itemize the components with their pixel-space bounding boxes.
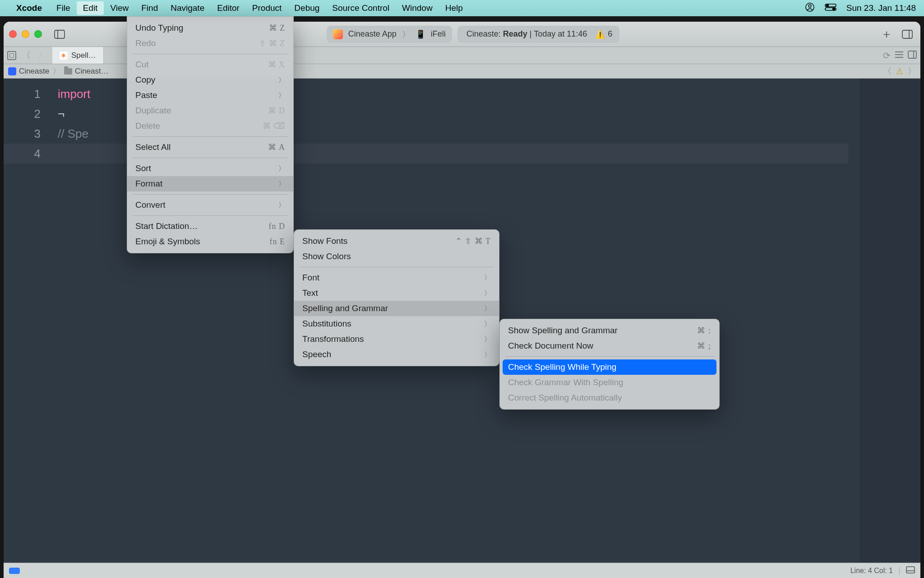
minimap[interactable]	[859, 79, 920, 563]
warnings-count: 6	[608, 29, 612, 39]
menu-debug[interactable]: Debug	[288, 1, 326, 15]
jumpbar-project: Cineaste	[19, 67, 49, 76]
menu-source-control[interactable]: Source Control	[326, 1, 396, 15]
menu-product[interactable]: Product	[246, 1, 288, 15]
jumpbar-prev-icon[interactable]: 〈	[883, 66, 892, 77]
spelling-submenu: Show Spelling and Grammar⌘ : Check Docum…	[499, 319, 720, 410]
menubar-app-name[interactable]: Xcode	[16, 3, 42, 13]
chevron-right-icon: 〉	[484, 350, 491, 359]
menu-cut[interactable]: Cut⌘ X	[127, 57, 293, 72]
user-icon[interactable]	[805, 2, 815, 14]
editor-lines-icon[interactable]	[894, 51, 904, 61]
window-close-button[interactable]	[9, 30, 17, 38]
menu-help[interactable]: Help	[439, 1, 469, 15]
chevron-right-icon: 〉	[278, 180, 285, 188]
menu-dictation[interactable]: Start Dictation…fn D	[127, 219, 293, 234]
menu-undo[interactable]: Undo Typing⌘ Z	[127, 20, 293, 36]
line-number: 2	[4, 104, 41, 124]
library-plus-button[interactable]: ＋	[879, 28, 894, 41]
menu-copy[interactable]: Copy〉	[127, 72, 293, 88]
menu-find[interactable]: Find	[135, 1, 164, 15]
format-submenu: Show Fonts⌃ ⇧ ⌘ T Show Colors Font〉 Text…	[294, 229, 499, 366]
jumpbar-folder: Cineast…	[75, 67, 109, 76]
refresh-icon[interactable]: ⟳	[883, 50, 891, 61]
chevron-right-icon: 〉	[484, 274, 491, 282]
scheme-app-icon	[333, 29, 343, 39]
svg-rect-15	[906, 567, 915, 573]
editor-layout-icon[interactable]	[908, 51, 917, 61]
toggle-inspectors-button[interactable]	[900, 28, 915, 41]
menu-edit[interactable]: Edit	[77, 1, 104, 15]
menu-window[interactable]: Window	[396, 1, 439, 15]
menu-transformations[interactable]: Transformations〉	[294, 331, 499, 347]
edit-menu-dropdown: Undo Typing⌘ Z Redo⇧ ⌘ Z Cut⌘ X Copy〉 Pa…	[127, 16, 294, 253]
menu-redo[interactable]: Redo⇧ ⌘ Z	[127, 36, 293, 51]
menu-convert[interactable]: Convert〉	[127, 197, 293, 213]
phone-icon: 📱	[416, 29, 425, 39]
svg-rect-13	[908, 51, 916, 58]
warnings-badge[interactable]: ⚠️ 6	[595, 29, 612, 39]
menu-check-while-typing[interactable]: Check Spelling While Typing	[503, 359, 716, 375]
toggle-debug-area-button[interactable]	[906, 566, 915, 575]
menu-show-fonts[interactable]: Show Fonts⌃ ⇧ ⌘ T	[294, 233, 499, 249]
related-items-icon[interactable]	[7, 51, 16, 60]
menu-delete[interactable]: Delete⌘ ⌫	[127, 118, 293, 134]
svg-rect-8	[902, 30, 912, 38]
svg-point-3	[826, 4, 828, 6]
scheme-dest-label: iFeli	[431, 29, 446, 39]
menu-check-now[interactable]: Check Document Now⌘ ;	[500, 338, 719, 354]
toggle-navigator-button[interactable]	[52, 28, 67, 41]
chevron-right-icon: 〉	[484, 289, 491, 298]
nav-back-button[interactable]: 〈	[20, 49, 32, 61]
menu-spelling-grammar[interactable]: Spelling and Grammar〉	[294, 301, 499, 316]
code-comment: // Spe	[58, 127, 88, 140]
chevron-right-icon: 〉	[278, 76, 285, 84]
menu-font[interactable]: Font〉	[294, 270, 499, 285]
svg-point-1	[808, 5, 811, 7]
control-center-icon[interactable]	[825, 3, 836, 14]
chevron-right-icon: 〉	[278, 164, 285, 173]
activity-status[interactable]: Cineaste: Ready | Today at 11:46 ⚠️ 6	[457, 26, 620, 43]
menubar-right: Sun 23. Jan 11:48	[805, 2, 916, 14]
menu-format[interactable]: Format〉	[127, 176, 293, 191]
status-text: Cineaste: Ready | Today at 11:46	[467, 29, 587, 39]
menu-speech[interactable]: Speech〉	[294, 347, 499, 362]
status-state: Ready	[503, 29, 527, 38]
menu-show-spelling[interactable]: Show Spelling and Grammar⌘ :	[500, 323, 719, 338]
menu-duplicate[interactable]: Duplicate⌘ D	[127, 103, 293, 118]
menu-sort[interactable]: Sort〉	[127, 161, 293, 176]
window-zoom-button[interactable]	[34, 30, 42, 38]
menu-emoji[interactable]: Emoji & Symbolsfn E	[127, 234, 293, 249]
menu-substitutions[interactable]: Substitutions〉	[294, 316, 499, 331]
editor-tab[interactable]: ✶ Spell…	[52, 47, 104, 64]
menu-text[interactable]: Text〉	[294, 285, 499, 301]
menu-editor[interactable]: Editor	[211, 1, 246, 15]
nav-forward-button[interactable]: 〉	[36, 49, 49, 61]
scheme-app-label: Cineaste App	[348, 29, 397, 39]
chevron-right-icon: 〉	[484, 304, 491, 313]
menu-paste[interactable]: Paste〉	[127, 88, 293, 103]
warning-icon[interactable]: ⚠	[896, 66, 903, 76]
status-sep: |	[527, 29, 534, 38]
folder-icon	[64, 68, 72, 75]
menu-file[interactable]: File	[50, 1, 77, 15]
menu-correct-auto[interactable]: Correct Spelling Automatically	[500, 390, 719, 406]
chevron-right-icon: 〉	[484, 335, 491, 344]
warning-icon: ⚠️	[595, 29, 605, 39]
tab-title: Spell…	[71, 51, 96, 60]
debug-bar: Line: 4 Col: 1	[4, 563, 920, 578]
cursor-position: Line: 4 Col: 1	[850, 567, 893, 575]
project-icon	[8, 67, 16, 75]
menu-view[interactable]: View	[104, 1, 135, 15]
menu-show-colors[interactable]: Show Colors	[294, 249, 499, 264]
svg-point-5	[832, 8, 835, 10]
menubar-clock[interactable]: Sun 23. Jan 11:48	[846, 3, 916, 13]
menu-navigate[interactable]: Navigate	[164, 1, 211, 15]
debug-indicator-icon[interactable]	[9, 568, 20, 574]
swift-file-icon: ✶	[60, 51, 68, 60]
window-minimize-button[interactable]	[22, 30, 29, 38]
menu-check-grammar[interactable]: Check Grammar With Spelling	[500, 375, 719, 390]
jumpbar-next-icon[interactable]: 〉	[908, 66, 916, 77]
scheme-selector[interactable]: Cineaste App 〉 📱 iFeli	[327, 26, 452, 43]
menu-select-all[interactable]: Select All⌘ A	[127, 140, 293, 155]
